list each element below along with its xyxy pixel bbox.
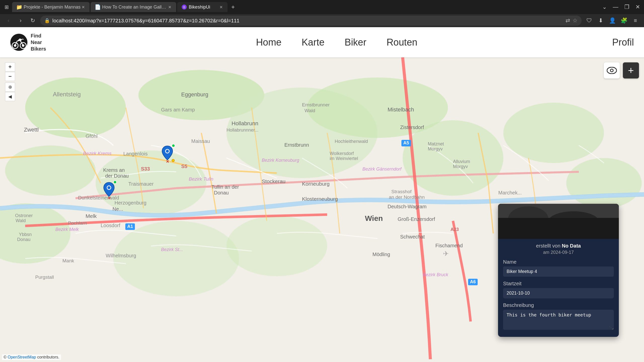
url-bar[interactable]: 🔒 localhost:4200/map?x=1777213.07576&y=6… (40, 16, 582, 26)
translate-icon[interactable]: ⇄ (565, 17, 570, 24)
forward-button[interactable]: › (16, 16, 25, 25)
svg-text:Ne...: Ne... (112, 206, 123, 212)
minimize-button[interactable]: — (611, 3, 620, 11)
add-meetup-button[interactable]: + (623, 62, 639, 78)
name-input[interactable] (503, 266, 614, 277)
popup-startzeit-field: Startzeit (498, 279, 619, 300)
svg-point-92 (166, 150, 169, 153)
tab2-title: How To Create an Image Gallery (102, 5, 167, 10)
svg-text:Hollabrunnner...: Hollabrunnner... (226, 128, 258, 133)
svg-text:Allentsteig: Allentsteig (53, 91, 81, 98)
svg-point-11 (5, 145, 96, 196)
back-button[interactable]: ‹ (4, 16, 13, 25)
popup-name-field: Name (498, 257, 619, 279)
eye-button[interactable] (604, 62, 620, 78)
map-overlay-controls: + (604, 62, 639, 78)
tab-list-button[interactable]: ⌄ (600, 3, 609, 11)
new-tab-button[interactable]: + (229, 3, 238, 12)
logo-icon (10, 33, 28, 51)
svg-point-8 (25, 77, 126, 138)
profile-icon[interactable]: 👤 (608, 16, 617, 25)
svg-text:Ernstbrunn: Ernstbrunn (284, 142, 309, 148)
extensions-icon[interactable]: 🧩 (619, 16, 628, 25)
svg-text:A23: A23 (450, 227, 459, 232)
shield-icon[interactable]: 🛡 (585, 16, 594, 25)
svg-text:Morgyv: Morgyv (428, 146, 443, 151)
tab-bikeshipui[interactable]: B BikeshipUi ✕ (177, 2, 228, 12)
tab1-close[interactable]: ✕ (81, 5, 86, 10)
svg-text:Donau: Donau (17, 237, 30, 242)
date-value: 2024-09-17 (551, 250, 574, 255)
svg-text:A1: A1 (127, 224, 133, 229)
svg-text:Ybbsn: Ybbsn (19, 232, 32, 237)
window-close-button[interactable]: ✕ (633, 3, 642, 11)
profile-button[interactable]: Profil (612, 37, 634, 48)
creator-prefix: erstellt von (536, 243, 562, 249)
popup-header: erstellt von No Data am 2024-09-17 (498, 239, 619, 257)
beschreibung-textarea[interactable] (503, 310, 614, 330)
tab-grid-button[interactable]: ⊞ (2, 3, 11, 12)
download-icon[interactable]: ⬇ (596, 16, 605, 25)
svg-text:Eggenburg: Eggenburg (181, 91, 208, 98)
browser-chrome: ⊞ 📁 Projekte - Benjamin Mannas ✕ 📄 How T… (0, 0, 644, 27)
zoom-out-button[interactable]: − (5, 72, 15, 81)
tab-image-gallery[interactable]: 📄 How To Create an Image Gallery ✕ (91, 2, 176, 12)
map-marker-2[interactable]: ✕ (103, 182, 115, 197)
nav-home[interactable]: Home (256, 37, 281, 48)
app-container: Find Near Bikers Home Karte Biker Routen… (0, 27, 644, 362)
svg-text:Zwettl: Zwettl (24, 127, 39, 133)
svg-text:Wolkersdorf: Wolkersdorf (330, 151, 354, 156)
svg-text:Bezirk Krems: Bezirk Krems (83, 151, 111, 156)
map-attribution: © OpenStreetMap contributors. (2, 354, 61, 360)
svg-text:Bezirk St...: Bezirk St... (161, 247, 183, 252)
svg-text:Donau: Donau (214, 190, 229, 195)
nav-biker[interactable]: Biker (345, 37, 366, 48)
svg-text:A6: A6 (470, 279, 476, 284)
tab3-close[interactable]: ✕ (218, 5, 223, 10)
svg-text:Wilhelmsburg: Wilhelmsburg (106, 253, 136, 258)
tab3-favicon: B (181, 4, 187, 10)
zoom-in-button[interactable]: + (5, 62, 15, 71)
svg-text:S5: S5 (181, 164, 187, 169)
svg-text:Traismauer: Traismauer (128, 181, 154, 187)
nav-routen[interactable]: Routen (387, 37, 418, 48)
browser-toolbar: 🛡 ⬇ 👤 🧩 ≡ (585, 16, 640, 25)
svg-text:an der Nordbahn: an der Nordbahn (389, 194, 425, 200)
map-marker-1[interactable]: ✕ (161, 145, 174, 160)
openstreetmap-link[interactable]: OpenStreetMap (8, 355, 36, 359)
collapse-button[interactable]: ◀ (5, 92, 15, 101)
startzeit-input[interactable] (503, 288, 614, 298)
svg-text:Gars am Kamp: Gars am Kamp (161, 107, 195, 112)
svg-text:Purgstall: Purgstall (35, 274, 54, 280)
svg-text:Hollabrunn: Hollabrunn (232, 120, 258, 127)
attribution-prefix: © (4, 355, 8, 359)
star-icon[interactable]: ☆ (573, 17, 578, 24)
svg-text:der Donau: der Donau (105, 173, 129, 179)
svg-text:S33: S33 (141, 166, 150, 172)
svg-text:Groß-Enzersdorf: Groß-Enzersdorf (398, 216, 435, 222)
svg-text:Korneuburg: Korneuburg (302, 181, 330, 187)
svg-point-90 (611, 69, 613, 71)
restore-button[interactable]: ❐ (622, 3, 631, 11)
svg-text:Morgyv: Morgyv (453, 164, 468, 169)
logo-text: Find Near Bikers (31, 32, 46, 52)
nav-karte[interactable]: Karte (302, 37, 325, 48)
svg-rect-101 (589, 223, 600, 229)
attribution-suffix: contributors. (36, 355, 59, 359)
map-zoom-controls: + − ⊕ ◀ (5, 62, 15, 101)
svg-text:Wald: Wald (305, 108, 315, 113)
svg-point-98 (508, 206, 548, 231)
tab2-close[interactable]: ✕ (167, 5, 172, 10)
svg-text:Strasshof: Strasshof (391, 189, 412, 194)
svg-text:Bezirk Gänserndorf: Bezirk Gänserndorf (362, 167, 402, 172)
tab-projekte[interactable]: 📁 Projekte - Benjamin Mannas ✕ (12, 2, 90, 12)
popup-image (498, 204, 619, 239)
compass-button[interactable]: ⊕ (5, 83, 15, 92)
menu-icon[interactable]: ≡ (631, 16, 640, 25)
svg-text:Klosterneuburg: Klosterneuburg (302, 196, 338, 202)
refresh-button[interactable]: ↻ (28, 16, 37, 25)
svg-text:Fischamend: Fischamend (435, 243, 463, 248)
map-container[interactable]: Allentsteig Zwettl Eggenburg Gars am Kam… (0, 57, 644, 362)
svg-text:Tullin an der: Tullin an der (211, 184, 239, 190)
date-prefix: am (543, 250, 551, 255)
